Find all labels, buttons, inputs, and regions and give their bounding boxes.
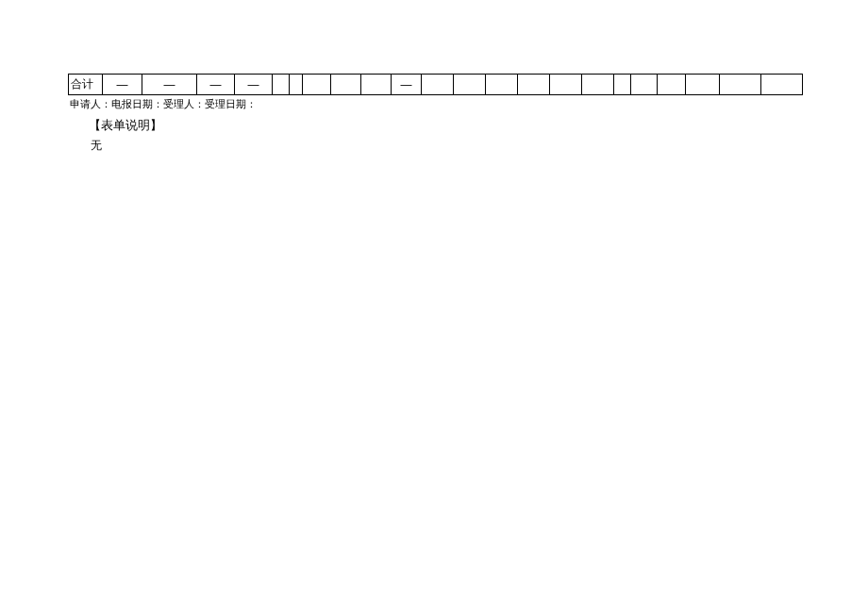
cell [486, 75, 518, 95]
cell: — [142, 75, 197, 95]
cell [582, 75, 614, 95]
cell [331, 75, 361, 95]
cell [290, 75, 303, 95]
cell: — [392, 75, 422, 95]
cell [658, 75, 686, 95]
cell [518, 75, 550, 95]
cell [454, 75, 486, 95]
cell [550, 75, 582, 95]
cell [303, 75, 331, 95]
cell [761, 75, 803, 95]
section-title: 【表单说明】 [89, 117, 868, 134]
cell: — [235, 75, 273, 95]
cell: — [103, 75, 142, 95]
meta-line: 申请人：电报日期：受理人：受理日期： [68, 97, 868, 111]
cell [686, 75, 720, 95]
cell [273, 75, 290, 95]
cell-label: 合计 [69, 75, 103, 95]
cell: — [197, 75, 235, 95]
cell [614, 75, 631, 95]
section-body: 无 [91, 138, 868, 154]
cell [631, 75, 658, 95]
cell [422, 75, 454, 95]
cell [720, 75, 761, 95]
cell [361, 75, 392, 95]
table-row: 合计 — — — — — [69, 75, 803, 95]
summary-table: 合计 — — — — — [68, 74, 802, 95]
